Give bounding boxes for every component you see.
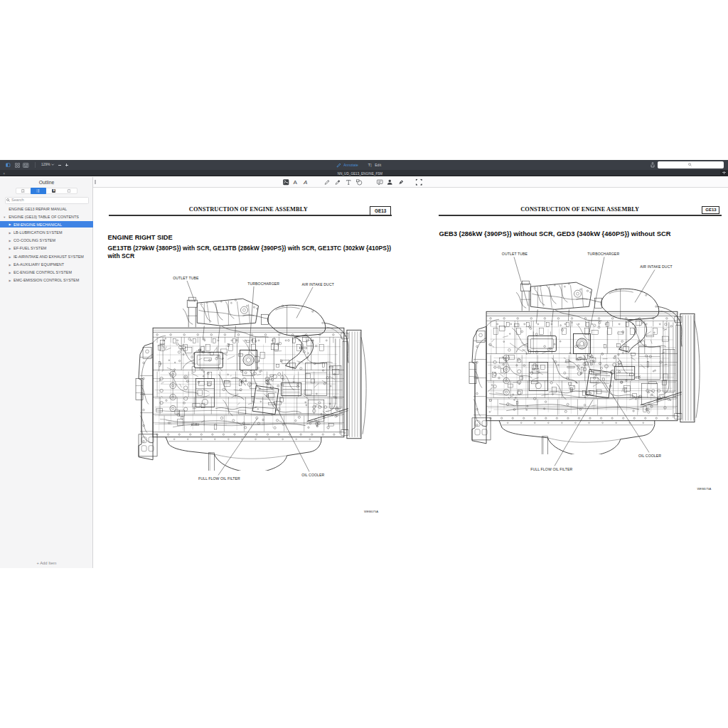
svg-text:A: A: [303, 179, 307, 186]
svg-text:A: A: [294, 179, 298, 186]
